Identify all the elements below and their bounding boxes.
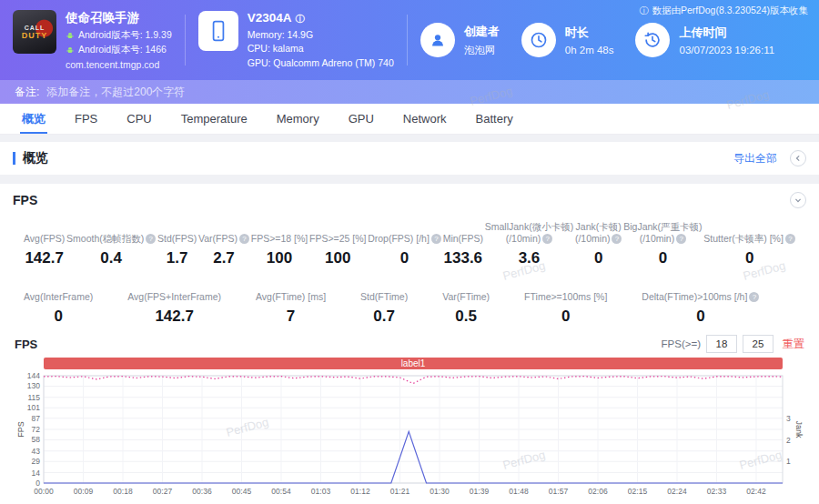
collect-note: ⓘ 数据由PerfDog(8.3.230524)版本收集 xyxy=(639,5,808,17)
svg-text:Jank: Jank xyxy=(794,420,804,438)
tab-Memory[interactable]: Memory xyxy=(262,104,334,134)
svg-text:00:36: 00:36 xyxy=(192,487,212,496)
android-build-text: Android版本号: 1466 xyxy=(78,44,167,56)
svg-text:130: 130 xyxy=(27,381,40,390)
info-icon[interactable]: ? xyxy=(542,234,552,244)
tab-Temperature[interactable]: Temperature xyxy=(167,104,262,134)
svg-text:02:06: 02:06 xyxy=(588,487,608,496)
overview-section-header: 概览 导出全部 xyxy=(0,142,819,175)
collapse-fps-button[interactable] xyxy=(790,192,806,208)
fps-threshold-controls: FPS(>=) 重置 xyxy=(662,335,804,353)
export-all-link[interactable]: 导出全部 xyxy=(733,151,777,166)
note-input[interactable]: 添加备注，不超过200个字符 xyxy=(46,85,185,100)
reset-link[interactable]: 重置 xyxy=(783,337,804,352)
info-icon[interactable]: ? xyxy=(612,234,622,244)
info-icon[interactable]: ⓘ xyxy=(296,12,305,25)
fps-stats-row1: Avg(FPS)142.7Smooth(稳帧指数)?0.4Std(FPS)1.7… xyxy=(0,217,819,269)
fps-threshold-high-input[interactable] xyxy=(743,335,774,353)
stat-cell: Min(FPS)133.6 xyxy=(443,220,483,267)
stat-label: Var(FTime) xyxy=(442,278,490,303)
game-android-version: Android版本号: 1.9.39 xyxy=(66,29,172,42)
chevron-left-icon xyxy=(794,155,802,162)
info-icon[interactable]: ? xyxy=(749,292,759,302)
stat-value: 142.7 xyxy=(24,249,65,267)
stat-label: Avg(FTime) [ms] xyxy=(256,278,326,303)
creator-block: 创建者 泡泡网 xyxy=(420,23,500,57)
stat-label: SmallJank(微小卡顿)(/10min)? xyxy=(485,220,573,245)
svg-text:01:39: 01:39 xyxy=(470,487,490,496)
game-block: CALL DUTY 使命召唤手游 Android版本号: 1.9.39 Andr… xyxy=(13,10,172,70)
stat-label: Avg(FPS+InterFrame) xyxy=(127,278,221,303)
upload-time-value: 03/07/2023 19:26:11 xyxy=(679,45,774,55)
history-clock-icon xyxy=(635,23,670,57)
tab-CPU[interactable]: CPU xyxy=(112,104,166,134)
tab-概览[interactable]: 概览 xyxy=(7,104,60,134)
stat-value: 0 xyxy=(24,307,93,326)
info-icon[interactable]: ? xyxy=(146,234,156,244)
info-icon: ⓘ xyxy=(639,5,648,17)
fps-chart[interactable]: 144130115101877258432914000:0000:0900:18… xyxy=(13,373,806,504)
svg-text:00:54: 00:54 xyxy=(271,487,291,496)
note-label: 备注: xyxy=(15,85,39,100)
stat-label: Var(FPS)? xyxy=(198,220,249,245)
stat-cell: Avg(InterFrame)0 xyxy=(24,278,93,326)
stat-cell: Drop(FPS) [/h]?0 xyxy=(368,220,441,267)
info-icon[interactable]: ? xyxy=(431,234,441,244)
tab-Network[interactable]: Network xyxy=(389,104,461,134)
stat-cell: Var(FTime)0.5 xyxy=(442,278,490,326)
fps-chart-wrap: label1 144130115101877258432914000:0000:… xyxy=(0,358,819,504)
stat-value: 142.7 xyxy=(127,307,221,326)
stat-label: Std(FTime) xyxy=(360,278,408,303)
stat-cell: Var(FPS)?2.7 xyxy=(198,220,249,267)
svg-text:101: 101 xyxy=(27,403,40,412)
chevron-down-icon xyxy=(794,197,802,204)
stat-value: 100 xyxy=(251,249,308,267)
overview-title-text: 概览 xyxy=(23,150,48,166)
stat-cell: Avg(FPS)142.7 xyxy=(24,220,65,267)
stat-cell: Jank(卡顿)(/10min)?0 xyxy=(575,220,622,267)
tab-FPS[interactable]: FPS xyxy=(60,104,112,134)
stat-label: FPS>=18 [%] xyxy=(251,220,308,245)
android-icon xyxy=(66,31,75,40)
stat-value: 0 xyxy=(623,249,702,267)
overview-title: 概览 xyxy=(13,150,48,166)
svg-text:00:00: 00:00 xyxy=(34,487,54,496)
stat-cell: Avg(FTime) [ms]7 xyxy=(256,278,326,326)
stat-label: Delta(FTime)>100ms [/h]? xyxy=(642,278,759,303)
device-gpu: GPU: Qualcomm Adreno (TM) 740 xyxy=(248,56,394,71)
fps-threshold-low-input[interactable] xyxy=(706,335,737,353)
info-icon[interactable]: ? xyxy=(676,234,686,244)
collect-note-text: 数据由PerfDog(8.3.230524)版本收集 xyxy=(652,5,808,17)
stat-value: 0 xyxy=(575,249,622,267)
device-block: V2304A ⓘ Memory: 14.9G CPU: kalama GPU: … xyxy=(198,9,394,71)
svg-text:01:21: 01:21 xyxy=(390,487,410,496)
svg-text:02:24: 02:24 xyxy=(667,487,687,496)
device-memory: Memory: 14.9G xyxy=(248,28,394,43)
stat-cell: FPS>=18 [%]100 xyxy=(251,220,308,267)
tab-GPU[interactable]: GPU xyxy=(334,104,389,134)
fps-threshold-label: FPS(>=) xyxy=(662,338,701,349)
svg-text:2: 2 xyxy=(786,436,791,445)
collapse-left-button[interactable] xyxy=(790,150,806,166)
svg-text:14: 14 xyxy=(32,469,41,478)
device-model-text: V2304A xyxy=(248,9,292,27)
duration-label: 时长 xyxy=(565,25,614,41)
svg-text:144: 144 xyxy=(27,373,40,380)
game-android-build: Android版本号: 1466 xyxy=(66,44,172,56)
stat-label: Avg(InterFrame) xyxy=(24,278,93,303)
game-package: com.tencent.tmgp.cod xyxy=(66,59,172,70)
game-icon: CALL DUTY xyxy=(13,10,56,54)
stat-label: Stutter(卡顿率) [%]? xyxy=(703,220,795,245)
game-info: 使命召唤手游 Android版本号: 1.9.39 Android版本号: 14… xyxy=(66,10,172,70)
info-icon[interactable]: ? xyxy=(239,234,249,244)
stat-cell: Avg(FPS+InterFrame)142.7 xyxy=(127,278,221,326)
tab-Battery[interactable]: Battery xyxy=(461,104,528,134)
clock-icon xyxy=(521,23,556,57)
stat-cell: FTime>=100ms [%]0 xyxy=(524,278,607,326)
info-icon[interactable]: ? xyxy=(785,234,795,244)
svg-text:43: 43 xyxy=(32,447,41,456)
stat-value: 7 xyxy=(256,307,326,326)
stat-value: 0 xyxy=(368,249,441,267)
svg-text:1: 1 xyxy=(786,457,791,466)
svg-text:00:27: 00:27 xyxy=(153,487,173,496)
